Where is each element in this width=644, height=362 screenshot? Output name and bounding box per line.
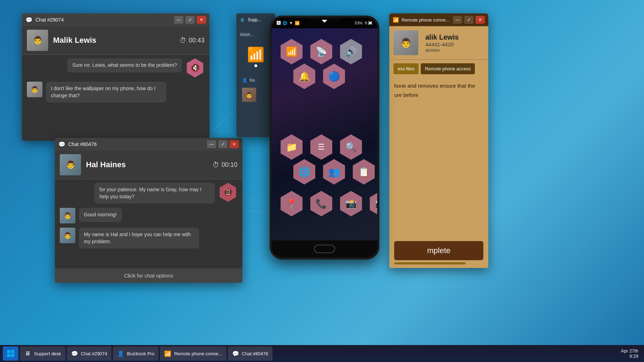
titlebar-remote: 📶 Remote phone conne... — ⤢ ✕	[389, 13, 488, 26]
complete-progress-bar	[394, 262, 466, 264]
remote-user-row: 👨 alik Lewis 44441-4420 access	[389, 26, 488, 60]
taskbar-time: 9:29	[621, 354, 638, 359]
remote-access-label: access	[425, 47, 484, 53]
msg-bubble-user-2b: My name is Hal and I hope you can help m…	[79, 228, 199, 249]
home-button-oval[interactable]	[314, 245, 335, 253]
taskbar: 🖥 Support desk 💬 Chat #29074 👤 Buizbook …	[0, 345, 644, 362]
agent-badge-1: 🔇	[185, 58, 205, 77]
remote-phone-window[interactable]: 📶 Remote phone conne... — ⤢ ✕ 👨 alik Lew…	[389, 13, 488, 268]
window-controls-80476[interactable]: — ⤢ ✕	[207, 140, 239, 148]
maximize-btn-80476[interactable]: ⤢	[218, 140, 228, 148]
hex-row-5: 📍 📞 📸 📷	[279, 191, 377, 216]
chat-footer-80476[interactable]: Click for chat options	[55, 268, 242, 283]
taskbar-item-buizbook[interactable]: 👤 Buizbook Pro	[113, 346, 159, 361]
access-files-btn[interactable]: ess files	[393, 63, 419, 74]
phone-close-icon[interactable]: ✕	[368, 20, 372, 27]
msg-agent-1: 🔇 Sure mr. Lewis, what seems to be the p…	[67, 58, 205, 77]
hex-row-1: 📶 📡 🔊	[279, 39, 364, 64]
taskbar-support-label: Support desk	[34, 351, 61, 356]
phone-mockup: 🅱 🌐 ▼ 📶 53% 9:29 📶 📡 🔊 🔔 🔵	[270, 16, 379, 259]
taskbar-item-remote[interactable]: 📶 Remote phone conne...	[160, 346, 226, 361]
remote-phone-number: 44441-4420	[425, 41, 484, 47]
taskbar-buizbook-icon: 👤	[117, 350, 124, 357]
remote-window-controls[interactable]: — ⤢ ✕	[453, 16, 485, 24]
taskbar-remote-icon: 📶	[164, 350, 171, 357]
minimize-btn-80476[interactable]: —	[207, 140, 216, 148]
wifi-dot	[254, 64, 257, 67]
chat-user-header-29074: 👨 Malik Lewis ⏱ 00:43	[22, 26, 209, 55]
wifi-status-icon: ▼	[289, 21, 293, 25]
chat-timer-80476: ⏱ 00:10	[212, 161, 237, 169]
hex-menu: ☰	[309, 134, 334, 160]
phone-screen: 📶 📡 🔊 🔔 🔵 📁 ☰ 🔍 🌐 👥 📋	[272, 28, 377, 240]
chat-icon-29074: 💬	[25, 17, 33, 23]
hex-people: 👥	[321, 159, 347, 185]
chat-window-29074[interactable]: 💬 Chat #29074 — ⤢ ✕ 👨 Malik Lewis ⏱ 00:4…	[22, 13, 209, 141]
msg-bubble-user-1: I don't like the wallpaper on my phone, …	[46, 82, 166, 103]
statusbar-left-icons: 🅱 🌐 ▼ 📶	[277, 21, 300, 25]
phone-mockup-container: 🅱 🌐 ▼ 📶 53% 9:29 📶 📡 🔊 🔔 🔵	[270, 16, 386, 263]
chat-messages-80476: 📵 for your patience. My name is Gray, ho…	[55, 179, 242, 268]
hex-folder: 📁	[279, 134, 304, 160]
start-icon	[7, 350, 15, 357]
support-person-row: 👤 Na	[240, 74, 272, 86]
taskbar-item-chat29074[interactable]: 💬 Chat #29074	[67, 346, 111, 361]
signal-status-icon: 📶	[295, 21, 300, 25]
maximize-btn-remote[interactable]: ⤢	[464, 16, 473, 24]
remote-phone-btn[interactable]: Remote phone access	[421, 63, 475, 74]
remote-user-avatar: 👨	[393, 30, 418, 55]
hex-document: 📋	[351, 159, 376, 185]
taskbar-item-support[interactable]: 🖥 Support desk	[20, 346, 65, 361]
taskbar-start-btn[interactable]	[3, 346, 18, 361]
taskbar-chat80476-label: Chat #80476	[242, 351, 268, 356]
chat-icon-80476: 💬	[58, 141, 65, 148]
chat-username-29074: Malik Lewis	[53, 36, 179, 45]
avatar-29074: 👨	[27, 30, 48, 51]
taskbar-item-chat80476[interactable]: 💬 Chat #80476	[228, 346, 272, 361]
minimize-btn-29074[interactable]: —	[174, 16, 183, 24]
msg-user-2a: 👨 Good morning!	[60, 208, 237, 223]
hex-row-4: 🌐 👥 📋	[292, 159, 376, 185]
msg-bubble-agent-2: for your patience. My name is Gray, how …	[94, 183, 215, 204]
msg-agent-2: 📵 for your patience. My name is Gray, ho…	[94, 183, 237, 204]
remote-title-icon: 📶	[393, 17, 399, 23]
hex-apps: 🔍	[338, 134, 364, 160]
taskbar-chat80476-icon: 💬	[232, 350, 239, 357]
timer-value-80476: 00:10	[222, 161, 237, 169]
window-controls-29074[interactable]: — ⤢ ✕	[174, 16, 206, 24]
msg-bubble-user-2a: Good morning!	[79, 208, 122, 222]
avatar-80476: 👨	[60, 154, 81, 175]
hex-screenshot: 📷	[368, 191, 377, 216]
complete-btn[interactable]: mplete	[394, 241, 483, 260]
avatar-img-29074: 👨	[27, 30, 48, 51]
close-btn-29074[interactable]: ✕	[197, 16, 206, 24]
msg-bubble-agent-1: Sure mr. Lewis, what seems to be the pro…	[67, 58, 182, 72]
phone-home-bar[interactable]	[272, 240, 377, 257]
complete-section[interactable]: mplete	[389, 238, 488, 268]
hex-camera: 📸	[338, 191, 364, 216]
taskbar-chat29074-icon: 💬	[71, 350, 78, 357]
support-icon: 🖥	[240, 17, 245, 23]
msg-avatar-user-2a: 👨	[60, 208, 75, 223]
minimize-btn-remote[interactable]: —	[453, 16, 462, 24]
hex-pin: 📍	[279, 191, 304, 216]
hex-row-2: 🔔 🔵	[292, 64, 347, 89]
titlebar-80476: 💬 Chat #80476 — ⤢ ✕	[55, 138, 242, 151]
remote-title-text: Remote phone conne...	[402, 17, 450, 23]
hex-phone: 📞	[309, 191, 334, 216]
svg-rect-3	[11, 354, 14, 357]
timer-value-29074: 00:43	[189, 37, 205, 44]
remote-action-buttons[interactable]: ess files Remote phone access	[389, 60, 488, 78]
chat-content-29074: 👨 Malik Lewis ⏱ 00:43 🔇 Sure mr. Lewis, …	[22, 26, 209, 141]
chat-title-29074: Chat #29074	[35, 17, 171, 23]
svg-rect-0	[7, 350, 10, 353]
remote-user-name: alik Lewis	[425, 33, 484, 41]
support-avatar: 👨	[242, 88, 256, 102]
close-btn-80476[interactable]: ✕	[230, 140, 239, 148]
maximize-btn-29074[interactable]: ⤢	[185, 16, 195, 24]
support-user-row: 👨	[240, 86, 272, 103]
close-btn-remote[interactable]: ✕	[476, 16, 485, 24]
chat-window-80476[interactable]: 💬 Chat #80476 — ⤢ ✕ 👨 Hal Haines ⏱ 00:10…	[55, 138, 242, 283]
avatar-img-80476: 👨	[60, 154, 81, 175]
chat-content-80476: 👨 Hal Haines ⏱ 00:10 📵 for your patience…	[55, 151, 242, 283]
